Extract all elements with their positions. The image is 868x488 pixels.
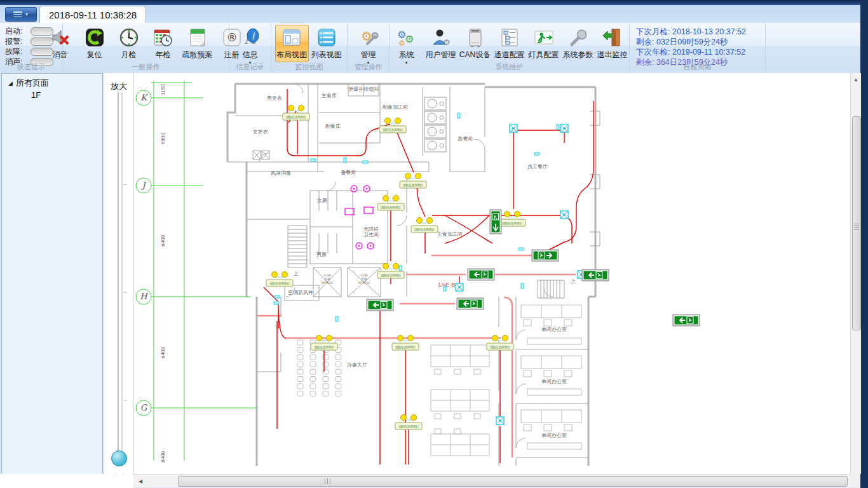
room-label: 女更衣 [253, 129, 268, 135]
room-label: 办事大厅 [347, 362, 367, 368]
emergency-lamp[interactable]: 消防应急照明灯 [379, 118, 406, 133]
ceiling-light[interactable] [456, 283, 463, 291]
ceiling-light[interactable] [510, 125, 517, 132]
floorplan-canvas[interactable]: KJHG11506900840084008400 男更衣女更衣主食库副食库泄爆井… [133, 73, 850, 474]
emergency-lamp[interactable]: 消防应急照明灯 [377, 196, 404, 211]
emergency-lamp[interactable]: 消防应急照明灯 [411, 218, 438, 233]
dimension-label: 1150 [160, 84, 166, 95]
dimension-label: 8400 [160, 235, 166, 247]
system-button[interactable]: ⚙⚙⚙ 系统 ▼ [390, 25, 423, 67]
chair [297, 384, 303, 389]
wall-light[interactable] [399, 266, 402, 271]
svg-text:⚙: ⚙ [443, 37, 451, 47]
scroll-left-icon[interactable]: ◀ [135, 475, 146, 487]
chair [336, 377, 341, 382]
room-label: 备餐间 [341, 170, 356, 175]
layout-view-button[interactable]: 布局视图 [275, 25, 309, 62]
elevator-label: MTH4JG [358, 281, 370, 285]
vertical-scrollbar[interactable]: ▲ [850, 73, 861, 474]
exit-sign[interactable] [367, 299, 393, 311]
wall-light[interactable] [336, 316, 338, 322]
system-icon: ⚙⚙⚙ [396, 27, 417, 48]
chair [310, 377, 316, 382]
monthly-check-button[interactable]: 月检 [112, 25, 146, 62]
evacuation-plan-icon [187, 27, 208, 48]
tab-row: ▼ 2018-09-11 10:38:28 [0, 5, 860, 24]
wall-light[interactable] [274, 302, 279, 304]
exit-monitor-icon [602, 27, 623, 48]
info-button[interactable]: Ai 信息 ▼ [234, 25, 267, 67]
room-label: 单间办公室 [541, 327, 567, 332]
lamp-label: 消防应急照明灯 [286, 115, 307, 119]
wall-light[interactable] [444, 286, 446, 291]
wall-light[interactable] [311, 159, 316, 161]
emergency-lamp[interactable]: 消防应急照明灯 [266, 272, 293, 287]
system-params-icon [567, 27, 589, 48]
tree-expander-icon[interactable]: ◢ [8, 80, 13, 86]
can-device-icon [465, 27, 486, 48]
dimension-label: 8400 [160, 347, 166, 358]
emergency-lamp[interactable]: 消防应急照明灯 [499, 212, 526, 227]
ceiling-light[interactable] [560, 125, 568, 132]
office-chair [524, 424, 531, 431]
list-view-button[interactable]: 列表视图 [310, 25, 344, 62]
evacuation-plan-button[interactable]: 疏散预案 [181, 25, 214, 62]
elevator-label: 货梯 [362, 278, 368, 281]
horizontal-scrollbar[interactable]: ◀ [133, 474, 860, 487]
wall-light[interactable] [519, 248, 524, 250]
reset-button[interactable]: 复位 [78, 25, 111, 62]
ceiling-light[interactable] [560, 211, 568, 219]
emergency-lamp[interactable]: 消防应急照明灯 [283, 105, 309, 121]
office-chair [544, 320, 552, 326]
tree-node-1f[interactable]: 1F [2, 89, 102, 100]
chair [336, 355, 341, 360]
emergency-lamp[interactable]: 消防应急照明灯 [395, 415, 422, 430]
stair-label: 上 [293, 271, 299, 276]
scrollbar-corner [850, 474, 860, 487]
exit-sign[interactable] [673, 315, 700, 326]
vertical-scroll-thumb[interactable] [852, 116, 861, 330]
cycle-line: 剩余: 032日09时59分24秒 [636, 37, 759, 47]
lamp-label: 消防应急照明灯 [395, 345, 416, 349]
zoom-slider-track[interactable] [118, 92, 123, 453]
room-label: 员工餐厅 [527, 164, 548, 170]
document-tab[interactable]: 2018-09-11 10:38:28 [39, 6, 146, 24]
wall-light[interactable] [458, 113, 460, 118]
exit-sign[interactable] [532, 250, 559, 261]
wall-light[interactable] [557, 125, 559, 130]
scroll-up-icon[interactable]: ▲ [851, 74, 861, 85]
tree-node-label: 所有页面 [16, 78, 49, 89]
horizontal-scroll-thumb[interactable] [178, 476, 848, 487]
app-menu-button[interactable]: ▼ [5, 7, 37, 22]
wall-light[interactable] [275, 295, 280, 298]
exit-monitor-button[interactable]: 退出监控 [596, 25, 629, 62]
channel-config-button[interactable]: 通道配置 [493, 25, 526, 62]
office-chair [564, 370, 572, 377]
tree-node-all-pages[interactable]: ◢ 所有页面 [2, 74, 102, 89]
exit-sign[interactable] [582, 269, 609, 281]
can-device-button[interactable]: CAN设备 [459, 25, 492, 62]
exit-sign[interactable] [490, 210, 501, 234]
lamp-label: 消防应急照明灯 [414, 227, 435, 232]
exit-sign[interactable] [468, 269, 494, 280]
user-manage-button[interactable]: ⚙ 用户管理 [424, 25, 458, 62]
zoom-slider-knob[interactable] [111, 451, 127, 466]
emergency-lamp[interactable]: 消防应急照明灯 [400, 173, 426, 189]
system-params-button[interactable]: 系统参数 [562, 25, 595, 62]
group-label: 自检周期 [630, 62, 765, 72]
office-chair [564, 424, 572, 431]
room-label: 单间办公室 [541, 379, 567, 384]
cycle-line: 下次年检: 2019-09-11 10:37:52 [636, 47, 759, 57]
lamp-config-button[interactable]: 灯具配置 [527, 25, 560, 62]
ceiling-light[interactable] [496, 417, 504, 424]
wall-light[interactable] [534, 152, 539, 155]
magenta-fixture [356, 243, 362, 249]
wall-light[interactable] [344, 158, 346, 163]
mute-button[interactable]: 消音 [44, 25, 77, 62]
manage-button[interactable]: ⚙ 管理 ▼ [352, 25, 385, 67]
status-label: 报警: [5, 36, 31, 47]
exit-sign[interactable] [457, 298, 484, 309]
annual-check-button[interactable]: 年检 [147, 25, 180, 62]
wall-light[interactable] [521, 283, 524, 288]
wall-light[interactable] [363, 161, 368, 163]
